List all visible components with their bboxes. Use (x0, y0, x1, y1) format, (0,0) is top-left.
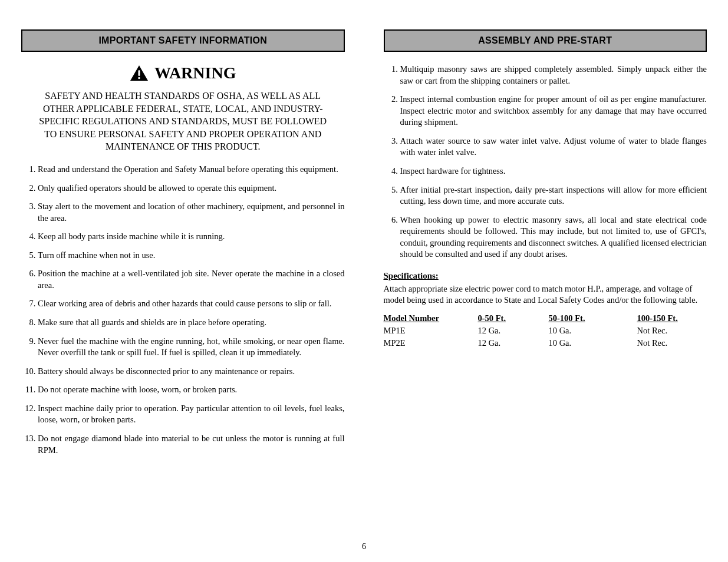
list-item: Attach water source to saw water inlet v… (400, 135, 707, 158)
two-column-layout: IMPORTANT SAFETY INFORMATION WARNING SAF… (21, 29, 707, 463)
specifications-heading: Specifications: (384, 271, 707, 281)
list-item: Do not engage diamond blade into materia… (38, 433, 345, 456)
table-header: 0-50 Ft. (478, 312, 549, 325)
warning-triangle-icon (130, 64, 149, 82)
assembly-list: Multiquip masonry saws are shipped compl… (384, 64, 707, 260)
table-cell: 10 Ga. (549, 337, 637, 349)
table-cell: Not Rec. (637, 337, 702, 349)
list-item: Battery should always be disconnected pr… (38, 366, 345, 378)
left-column: IMPORTANT SAFETY INFORMATION WARNING SAF… (21, 29, 345, 463)
list-item: When hooking up power to electric masonr… (400, 214, 707, 260)
list-item: Turn off machine when not in use. (38, 250, 345, 262)
list-item: Never fuel the machine with the engine r… (38, 336, 345, 359)
document-page: IMPORTANT SAFETY INFORMATION WARNING SAF… (0, 0, 728, 562)
safety-section-header: IMPORTANT SAFETY INFORMATION (21, 29, 345, 52)
page-number: 6 (0, 542, 728, 551)
table-cell: 10 Ga. (549, 325, 637, 337)
table-cell: MP2E (384, 337, 478, 349)
svg-rect-0 (139, 70, 140, 76)
warning-heading: WARNING (37, 64, 328, 82)
list-item: Inspect machine daily prior to operation… (38, 403, 345, 426)
right-column: ASSEMBLY AND PRE-START Multiquip masonry… (384, 29, 707, 463)
list-item: Keep all body parts inside machine while… (38, 231, 345, 243)
table-cell: 12 Ga. (478, 337, 549, 349)
table-header: 100-150 Ft. (637, 312, 702, 325)
assembly-section-header: ASSEMBLY AND PRE-START (384, 29, 707, 52)
warning-box: WARNING SAFETY AND HEALTH STANDARDS OF O… (37, 64, 328, 153)
list-item: Clear working area of debris and other h… (38, 298, 345, 310)
warning-label: WARNING (154, 64, 236, 82)
table-cell: 12 Ga. (478, 325, 549, 337)
list-item: Multiquip masonry saws are shipped compl… (400, 64, 707, 87)
svg-point-1 (138, 77, 140, 80)
table-header: Model Number (384, 312, 478, 325)
specifications-body: Attach appropriate size electric power c… (384, 283, 707, 306)
list-item: Do not operate machine with loose, worn,… (38, 384, 345, 396)
safety-list: Read and understand the Operation and Sa… (21, 164, 345, 456)
table-header: 50-100 Ft. (549, 312, 637, 325)
list-item: Only qualified operators should be allow… (38, 183, 345, 194)
table-cell: Not Rec. (637, 325, 702, 337)
table-cell: MP1E (384, 325, 478, 337)
warning-body-text: SAFETY AND HEALTH STANDARDS OF OSHA, AS … (37, 90, 328, 153)
list-item: Read and understand the Operation and Sa… (38, 164, 345, 176)
list-item: Inspect hardware for tightness. (400, 166, 707, 177)
list-item: Position the machine at a well-ventilate… (38, 268, 345, 291)
list-item: Stay alert to the movement and location … (38, 201, 345, 224)
list-item: Inspect internal combustion engine for p… (400, 94, 707, 128)
list-item: Make sure that all guards and shields ar… (38, 317, 345, 329)
cord-gauge-table: Model Number 0-50 Ft. 50-100 Ft. 100-150… (384, 312, 707, 349)
list-item: After initial pre-start inspection, dail… (400, 184, 707, 207)
